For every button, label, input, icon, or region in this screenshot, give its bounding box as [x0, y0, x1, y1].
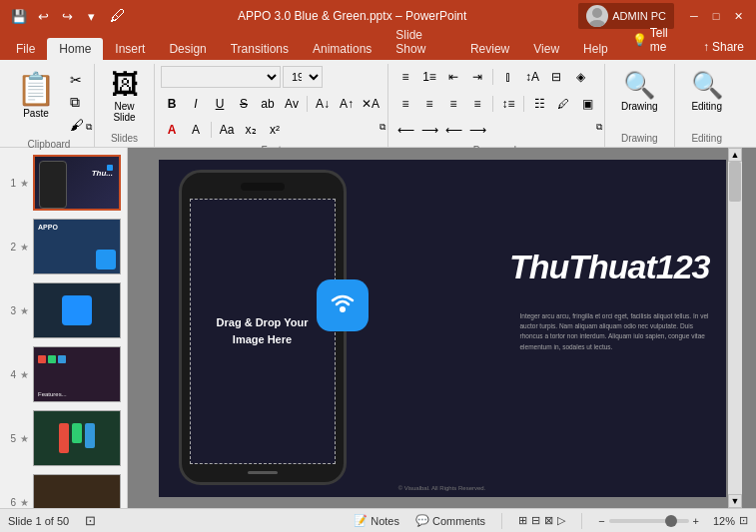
vertical-scrollbar[interactable]: ▲ ▼ [728, 148, 742, 508]
decrease-font-button[interactable]: A↓ [312, 93, 334, 115]
slide-item-2[interactable]: 2 ★ APPO [4, 216, 123, 277]
slide-sorter-button[interactable]: ⊟ [531, 514, 540, 527]
increase-font-button[interactable]: A↑ [336, 93, 358, 115]
border-button[interactable]: ▣ [576, 93, 598, 115]
text-highlight-button[interactable]: A [185, 119, 207, 141]
font-size-select[interactable]: 199 [283, 66, 323, 88]
editing-button[interactable]: 🔍 Editing [681, 66, 733, 116]
slideshow-button[interactable]: ▷ [557, 514, 565, 527]
slide-item-4[interactable]: 4 ★ Features... [4, 343, 123, 405]
tab-review[interactable]: Review [458, 38, 521, 60]
editing-content: 🔍 Editing [681, 64, 733, 131]
line-spacing-button[interactable]: ↕≡ [497, 93, 519, 115]
drawing-button[interactable]: 🔍 Drawing [611, 66, 668, 116]
zoom-slider-thumb[interactable] [665, 515, 677, 527]
bold-button[interactable]: B [161, 93, 183, 115]
align-center-button[interactable]: ≡ [418, 93, 440, 115]
slide-thumb-6[interactable]: ThuThuat123.com [33, 474, 121, 508]
numbering-button[interactable]: 1≡ [418, 66, 440, 88]
thumb-inner-1: Thu... [35, 157, 119, 209]
strikethrough-button[interactable]: S [233, 93, 255, 115]
slide-star-2: ★ [20, 242, 29, 253]
undo-button[interactable]: ↩ [32, 5, 54, 27]
redo-button[interactable]: ↪ [56, 5, 78, 27]
font-caps-button[interactable]: Aa [216, 119, 238, 141]
slide-thumb-1[interactable]: Thu... [33, 155, 121, 211]
font-color-button[interactable]: A [161, 119, 183, 141]
tab-help[interactable]: Help [571, 38, 620, 60]
zoom-in-button[interactable]: + [693, 515, 699, 527]
tell-me-input[interactable]: 💡 Tell me [620, 22, 691, 60]
tab-file[interactable]: File [4, 38, 47, 60]
smartart-button[interactable]: ◈ [569, 66, 591, 88]
reading-view-button[interactable]: ⊠ [544, 514, 553, 527]
slide-thumb-2[interactable]: APPO [33, 219, 121, 274]
clear-format-button[interactable]: ✕A [360, 93, 381, 115]
notes-button[interactable]: 📝 Notes [354, 514, 399, 527]
slide-item-3[interactable]: 3 ★ [4, 279, 123, 341]
justify-button[interactable]: ≡ [466, 93, 488, 115]
cut-button[interactable]: ✂ [66, 70, 88, 90]
subscript-button[interactable]: x₂ [240, 119, 262, 141]
font-expand[interactable]: ⧉ [379, 122, 385, 133]
char-spacing-button[interactable]: Av [281, 93, 303, 115]
ribbon-group-drawing: 🔍 Drawing Drawing [605, 64, 675, 147]
maximize-button[interactable]: □ [706, 6, 726, 26]
columns-button[interactable]: ⫿ [497, 66, 519, 88]
slide-num-4: 4 [6, 369, 16, 380]
zoom-out-button[interactable]: − [598, 515, 604, 527]
fill-color-button[interactable]: 🖊 [552, 93, 574, 115]
tab-view[interactable]: View [521, 38, 571, 60]
normal-view-button[interactable]: ⊞ [518, 514, 527, 527]
tab-design[interactable]: Design [157, 38, 218, 60]
slide-item-6[interactable]: 6 ★ ThuThuat123.com [4, 471, 123, 508]
scroll-down-button[interactable]: ▼ [728, 494, 742, 508]
customize-qa-button[interactable]: ▾ [80, 5, 102, 27]
para-extra3[interactable]: ⟵ [442, 119, 464, 141]
decrease-indent-button[interactable]: ⇤ [442, 66, 464, 88]
font-family-select[interactable] [161, 66, 281, 88]
align-text-button[interactable]: ⊟ [545, 66, 567, 88]
canvas-area: ▲ ▼ Drag & Drop YourImage Here [128, 148, 756, 508]
slide-thumb-3[interactable] [33, 282, 121, 338]
tab-slideshow[interactable]: Slide Show [383, 24, 458, 60]
align-left-button[interactable]: ≡ [394, 93, 416, 115]
zoom-slider-track[interactable] [609, 519, 689, 523]
slide-item-1[interactable]: 1 ★ Thu... [4, 152, 123, 214]
clipboard-expand[interactable]: ⧉ [86, 122, 92, 133]
para-extra2[interactable]: ⟶ [418, 119, 440, 141]
slide-panel[interactable]: 1 ★ Thu... 2 ★ APPO 3 ★ [0, 148, 128, 508]
copy-button[interactable]: ⧉ [66, 92, 88, 113]
tab-transitions[interactable]: Transitions [219, 38, 301, 60]
paste-button[interactable]: 📋 Paste [10, 66, 62, 135]
close-button[interactable]: ✕ [728, 6, 748, 26]
slide-item-5[interactable]: 5 ★ [4, 407, 123, 469]
slide-thumb-5[interactable] [33, 410, 121, 466]
italic-button[interactable]: I [185, 93, 207, 115]
tab-insert[interactable]: Insert [103, 38, 157, 60]
new-slide-button[interactable]: 🖼 NewSlide [103, 66, 147, 125]
format-painter-button[interactable]: 🖌 [66, 115, 88, 135]
save-button[interactable]: 💾 [8, 5, 30, 27]
superscript-button[interactable]: x² [264, 119, 286, 141]
tab-home[interactable]: Home [47, 38, 103, 60]
scroll-thumb[interactable] [729, 162, 741, 202]
text-shadow-button[interactable]: ab [257, 93, 279, 115]
tab-animations[interactable]: Animations [301, 38, 383, 60]
bullets-button[interactable]: ≡ [394, 66, 416, 88]
user-name: ADMIN PC [612, 10, 666, 22]
paragraph-expand[interactable]: ⧉ [596, 122, 602, 133]
text-direction-button[interactable]: ↕A [521, 66, 543, 88]
underline-button[interactable]: U [209, 93, 231, 115]
para-extra4[interactable]: ⟶ [466, 119, 488, 141]
fit-window-button[interactable]: ⊡ [739, 514, 748, 527]
para-extra1[interactable]: ⟵ [394, 119, 416, 141]
align-right-button[interactable]: ≡ [442, 93, 464, 115]
comments-button[interactable]: 💬 Comments [415, 514, 485, 527]
share-button[interactable]: ↑ Share [691, 36, 756, 60]
increase-indent-button[interactable]: ⇥ [466, 66, 488, 88]
slide-thumb-4[interactable]: Features... [33, 346, 121, 402]
text-shadow-para-button[interactable]: ☷ [528, 93, 550, 115]
scroll-up-button[interactable]: ▲ [728, 148, 742, 162]
slide-count-icon[interactable]: ⊡ [85, 513, 96, 528]
